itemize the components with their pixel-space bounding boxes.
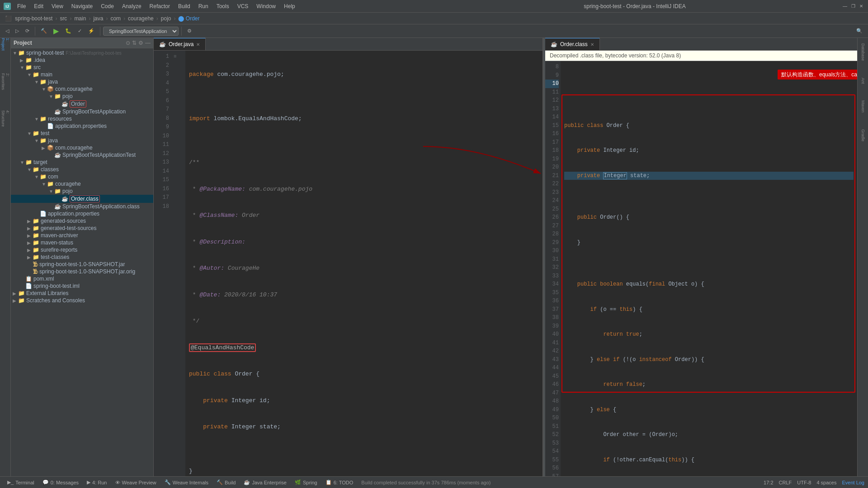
- tree-item-root[interactable]: ▼ 📁 spring-boot-test F:\Java\Test\spring…: [11, 49, 153, 56]
- tree-item-couragehe-classes[interactable]: ▼ 📁 couragehe: [11, 180, 153, 188]
- favorites-panel-toggle[interactable]: 2: Favorites: [1, 77, 10, 86]
- tree-item-com-couragehe[interactable]: ▼ 📦 com.couragehe: [11, 85, 153, 93]
- tree-item-com-couragehe-test[interactable]: ▶ 📦 com.couragehe: [11, 144, 153, 151]
- tree-item-iml[interactable]: 📄 spring-boot-test.iml: [11, 282, 153, 290]
- expand-all-icon[interactable]: ⇅: [132, 40, 137, 46]
- menu-file[interactable]: File: [14, 2, 29, 10]
- tree-item-target[interactable]: ▼ 📁 target: [11, 159, 153, 166]
- terminal-button[interactable]: ▶_ Terminal: [4, 479, 38, 486]
- right-editor-content[interactable]: 8 9 10 11 12 13 14 15 16 17 18 19 20 21: [545, 61, 857, 476]
- tree-item-src[interactable]: ▼ 📁 src: [11, 64, 153, 71]
- tree-item-pojo[interactable]: ▼ 📁 pojo: [11, 93, 153, 100]
- tree-item-order-class[interactable]: ☕ Order.class: [11, 195, 153, 203]
- tree-item-surefire[interactable]: ▶ 📁 surefire-reports: [11, 246, 153, 253]
- profile-button[interactable]: ⚡: [85, 27, 97, 35]
- tree-item-external-libs[interactable]: ▶ 📁 External Libraries: [11, 290, 153, 297]
- coverage-button[interactable]: ✓: [75, 27, 85, 35]
- tree-item-maven-status[interactable]: ▶ 📁 maven-status: [11, 239, 153, 246]
- tree-item-com-classes[interactable]: ▼ 📁 com: [11, 173, 153, 180]
- search-button[interactable]: 🔍: [854, 27, 865, 35]
- event-log-button[interactable]: Event Log: [842, 480, 864, 485]
- bc-pojo[interactable]: pojo: [161, 15, 171, 22]
- minimize-button[interactable]: —: [842, 3, 848, 9]
- scope-icon[interactable]: ⊙: [126, 40, 130, 46]
- tab-class-close-button[interactable]: ✕: [590, 42, 594, 47]
- tree-item-gen-sources[interactable]: ▶ 📁 generated-sources: [11, 217, 153, 225]
- tree-item-idea[interactable]: ▶ 📁 .idea: [11, 56, 153, 64]
- bc-com[interactable]: com: [110, 15, 121, 22]
- debug-button[interactable]: 🐛: [62, 27, 74, 35]
- java-enterprise-button[interactable]: ☕ Java Enterprise: [240, 479, 290, 486]
- settings-button[interactable]: ⚙: [184, 27, 194, 35]
- tab-order-class[interactable]: ☕ Order.class ✕: [545, 38, 600, 50]
- run-button run-btn[interactable]: ▶: [51, 25, 61, 37]
- maximize-button[interactable]: ❐: [850, 3, 856, 9]
- menu-run[interactable]: Run: [195, 2, 212, 10]
- tab-close-button[interactable]: ✕: [196, 42, 200, 47]
- messages-button[interactable]: 💬 0: Messages: [39, 479, 82, 486]
- menu-edit[interactable]: Edit: [30, 2, 47, 10]
- todo-button[interactable]: 📋 6: TODO: [322, 479, 357, 486]
- tree-item-java-main[interactable]: ▼ 📁 java: [11, 78, 153, 85]
- run-tool-button[interactable]: ▶ 4: Run: [83, 479, 110, 486]
- menu-help[interactable]: Help: [280, 2, 299, 10]
- recent-files-button[interactable]: ⟳: [23, 27, 32, 35]
- tree-item-springboot-class[interactable]: ☕ SpringBootTestApplication.class: [11, 203, 153, 210]
- gradle-panel-toggle[interactable]: Gradle: [860, 126, 866, 145]
- tree-item-order-java[interactable]: ☕ Order: [11, 100, 153, 108]
- tree-item-java-test[interactable]: ▼ 📁 java: [11, 137, 153, 144]
- menu-window[interactable]: Window: [253, 2, 279, 10]
- tree-item-classes[interactable]: ▼ 📁 classes: [11, 166, 153, 173]
- tree-item-springboot-test[interactable]: ☕ SpringBootTestApplicationTest: [11, 151, 153, 159]
- tree-item-resources[interactable]: ▼ 📁 resources: [11, 115, 153, 122]
- bc-order[interactable]: ⬤ Order: [178, 15, 199, 22]
- tree-item-gen-test-sources[interactable]: ▶ 📁 generated-test-sources: [11, 225, 153, 232]
- weave-internals-button[interactable]: 🔧 Weave Internals: [161, 479, 212, 486]
- left-editor-content[interactable]: 1 2 3 4 5 6 7 8 9 10 11 12 13 14: [154, 51, 542, 476]
- back-button[interactable]: ◁: [3, 27, 12, 35]
- bc-java[interactable]: java: [93, 15, 103, 22]
- database-panel-toggle[interactable]: Database: [860, 40, 866, 65]
- build-tool-button[interactable]: 🔨 Build: [213, 479, 239, 486]
- build-project-button[interactable]: 🔨: [38, 27, 50, 35]
- menu-code[interactable]: Code: [97, 2, 118, 10]
- build-message: Build completed successfully in 37s 786m…: [361, 480, 491, 485]
- tree-item-pom[interactable]: 📋 pom.xml: [11, 275, 153, 282]
- spring-button[interactable]: 🌿 Spring: [291, 479, 321, 486]
- tab-order-java[interactable]: ☕ Order.java ✕: [154, 38, 206, 50]
- tree-item-scratches[interactable]: ▶ 📁 Scratches and Consoles: [11, 297, 153, 304]
- left-code[interactable]: package com.couragehe.pojo; import lombo…: [185, 51, 542, 476]
- project-panel-toggle[interactable]: 1: Project: [1, 40, 10, 49]
- menu-build[interactable]: Build: [175, 2, 194, 10]
- menu-vcs[interactable]: VCS: [234, 2, 252, 10]
- tree-item-main[interactable]: ▼ 📁 main: [11, 71, 153, 78]
- maven-panel-toggle[interactable]: Maven: [860, 97, 866, 116]
- bc-project[interactable]: spring-boot-test: [15, 15, 52, 22]
- tree-item-maven-archiver[interactable]: ▶ 📁 maven-archiver: [11, 232, 153, 239]
- menu-tools[interactable]: Tools: [213, 2, 233, 10]
- run-config-select[interactable]: SpringBootTestApplication: [103, 27, 179, 36]
- tree-item-springboot-app[interactable]: ☕ SpringBootTestApplication: [11, 108, 153, 115]
- menu-analyze[interactable]: Analyze: [118, 2, 145, 10]
- forward-button[interactable]: ▷: [13, 27, 22, 35]
- tree-item-test-classes[interactable]: ▶ 📁 test-classes: [11, 253, 153, 261]
- weave-preview-button[interactable]: 👁 Weave Preview: [112, 479, 160, 486]
- menu-view[interactable]: View: [48, 2, 67, 10]
- bc-couragehe[interactable]: couragehe: [128, 15, 154, 22]
- bc-src[interactable]: src: [60, 15, 67, 22]
- tree-item-test[interactable]: ▼ 📁 test: [11, 130, 153, 137]
- close-button[interactable]: ✕: [858, 3, 864, 9]
- tree-item-jar-orig[interactable]: 🗜 spring-boot-test-1.0-SNAPSHOT.jar.orig: [11, 268, 153, 275]
- right-code[interactable]: 默认构造函数、equals方法、canEqual方法、HashCode方法 pu…: [561, 61, 857, 476]
- menu-refactor[interactable]: Refactor: [146, 2, 174, 10]
- tree-item-app-props-classes[interactable]: 📄 application.properties: [11, 210, 153, 217]
- menu-navigate[interactable]: Navigate: [68, 2, 96, 10]
- tree-item-pojo-classes[interactable]: ▼ 📁 pojo: [11, 188, 153, 195]
- collapse-panel-icon[interactable]: —: [145, 40, 151, 46]
- tree-item-app-props-main[interactable]: 📄 application.properties: [11, 122, 153, 130]
- ant-panel-toggle[interactable]: Ant: [860, 74, 866, 88]
- settings-icon[interactable]: ⚙: [138, 40, 143, 46]
- structure-panel-toggle[interactable]: 4: Structure: [1, 114, 10, 123]
- bc-main[interactable]: main: [74, 15, 86, 22]
- tree-item-jar[interactable]: 🗜 spring-boot-test-1.0-SNAPSHOT.jar: [11, 261, 153, 268]
